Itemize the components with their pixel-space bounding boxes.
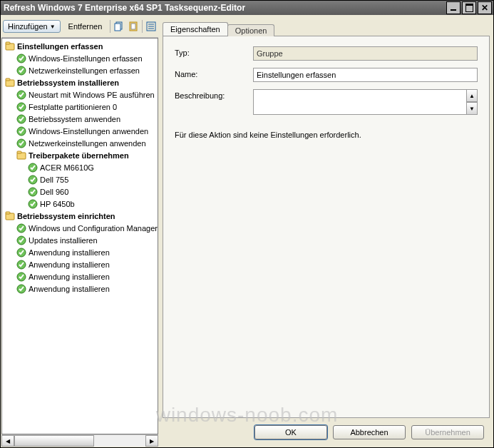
- scroll-right-button[interactable]: ▶: [145, 435, 158, 447]
- close-icon: ✕: [481, 4, 488, 12]
- minimize-icon: [451, 9, 456, 11]
- tree-group[interactable]: Betriebssystem installieren: [17, 78, 119, 87]
- minimize-button[interactable]: [446, 1, 460, 14]
- folder-icon: [5, 211, 15, 221]
- paste-icon: [128, 21, 138, 31]
- chevron-down-icon: ▼: [50, 24, 56, 30]
- tree-step[interactable]: Anwendung installieren: [29, 260, 110, 269]
- description-scrollbar: ▲ ▼: [466, 89, 478, 115]
- type-label: Typ:: [175, 46, 253, 57]
- scroll-thumb[interactable]: [14, 435, 94, 447]
- svg-rect-6: [131, 24, 135, 29]
- tab-properties[interactable]: Eigenschaften: [163, 22, 228, 36]
- copy-button[interactable]: [113, 19, 125, 34]
- tree-step[interactable]: Windows und Configuration Manager: [29, 224, 158, 233]
- cancel-button-label: Abbrechen: [350, 428, 388, 437]
- dialog-buttons: OK Abbrechen Übernehmen: [160, 418, 493, 447]
- tab-strip: Eigenschaften Optionen: [160, 16, 493, 36]
- left-panel: Hinzufügen ▼ Entfernen: [1, 16, 158, 447]
- tree-group[interactable]: Betriebssystem einrichten: [17, 212, 115, 220]
- check-icon: [16, 66, 26, 76]
- scroll-up-button[interactable]: ▲: [466, 89, 478, 102]
- tree-step[interactable]: Netzwerkeinstellungen erfassen: [29, 66, 140, 75]
- name-label: Name:: [175, 68, 253, 78]
- scroll-track[interactable]: [14, 435, 145, 447]
- type-value: Gruppe: [253, 46, 478, 61]
- apply-button[interactable]: Übernehmen: [411, 425, 484, 439]
- tab-options-label: Optionen: [235, 26, 267, 35]
- tree-step[interactable]: Betriebssystem anwenden: [29, 115, 120, 123]
- check-icon: [16, 114, 26, 124]
- ok-button-label: OK: [285, 428, 297, 437]
- tree-step[interactable]: Neustart mit Windows PE ausführen: [29, 91, 155, 99]
- copy-icon: [114, 21, 124, 31]
- tree-step[interactable]: Dell 755: [40, 175, 68, 184]
- toolbar-separator: [110, 20, 110, 33]
- tree-step[interactable]: Anwendung installieren: [29, 248, 110, 257]
- check-icon: [28, 163, 38, 173]
- tree-step[interactable]: Dell 960: [40, 188, 68, 196]
- svg-rect-4: [115, 24, 120, 31]
- tree-group[interactable]: Einstellungen erfassen: [17, 42, 103, 51]
- properties-tab-body: Typ: Gruppe Name: Beschreibung: ▲ ▼: [163, 36, 490, 418]
- tree-step[interactable]: Netzwerkeinstellungen anwenden: [29, 139, 146, 148]
- check-icon: [28, 175, 38, 185]
- tree-step[interactable]: ACER M6610G: [40, 163, 94, 172]
- tree-step[interactable]: Updates installieren: [29, 236, 98, 245]
- add-button[interactable]: Hinzufügen ▼: [3, 20, 61, 33]
- tab-options[interactable]: Optionen: [227, 24, 275, 36]
- tree-step[interactable]: Windows-Einstellungen anwenden: [29, 127, 148, 136]
- name-input[interactable]: [253, 68, 478, 82]
- check-icon: [28, 199, 38, 209]
- tree-step[interactable]: Festplatte partitionieren 0: [29, 103, 117, 111]
- check-icon: [16, 90, 26, 100]
- check-icon: [16, 260, 26, 270]
- check-icon: [16, 54, 26, 63]
- check-icon: [16, 138, 26, 148]
- remove-button-label: Entfernen: [68, 22, 103, 31]
- tree-group[interactable]: Treiberpakete übernehmen: [29, 151, 129, 160]
- toolbar-separator-2: [142, 20, 143, 33]
- check-icon: [16, 126, 26, 136]
- body: Hinzufügen ▼ Entfernen: [1, 15, 493, 447]
- paste-button[interactable]: [128, 19, 139, 34]
- scroll-left-button[interactable]: ◀: [1, 435, 14, 447]
- tree-h-scrollbar[interactable]: ◀ ▶: [1, 434, 158, 447]
- titlebar: Refresh Windows 7 Enterprise x64 SP1 Tas…: [1, 1, 493, 15]
- cancel-button[interactable]: Abbrechen: [333, 425, 406, 439]
- tree-step[interactable]: Windows-Einstellungen erfassen: [29, 54, 143, 63]
- description-input[interactable]: [253, 89, 467, 115]
- window-title: Refresh Windows 7 Enterprise x64 SP1 Tas…: [4, 3, 445, 13]
- check-icon: [16, 248, 26, 258]
- tab-properties-label: Eigenschaften: [170, 25, 220, 34]
- toolbar: Hinzufügen ▼ Entfernen: [1, 16, 158, 38]
- task-tree[interactable]: Einstellungen erfassen Windows-Einstellu…: [1, 38, 158, 434]
- ok-button[interactable]: OK: [254, 425, 327, 439]
- check-icon: [16, 223, 26, 233]
- check-icon: [28, 187, 38, 197]
- check-icon: [16, 235, 26, 245]
- scroll-down-button[interactable]: ▼: [466, 102, 478, 115]
- check-icon: [16, 102, 26, 112]
- folder-icon: [5, 78, 15, 88]
- description-label: Beschreibung:: [175, 89, 253, 100]
- tree-step[interactable]: Anwendung installieren: [29, 273, 110, 281]
- properties-icon: [146, 21, 156, 31]
- folder-icon: [16, 151, 26, 161]
- tree-step[interactable]: HP 6450b: [40, 200, 75, 208]
- properties-button[interactable]: [145, 19, 157, 34]
- apply-button-label: Übernehmen: [425, 428, 470, 437]
- maximize-icon: [465, 4, 473, 12]
- tree-step[interactable]: Anwendung installieren: [29, 285, 110, 293]
- folder-icon: [5, 41, 15, 51]
- check-icon: [16, 272, 26, 282]
- check-icon: [16, 284, 26, 294]
- maximize-button[interactable]: [462, 1, 476, 14]
- remove-button[interactable]: Entfernen: [63, 20, 108, 33]
- close-button[interactable]: ✕: [478, 1, 492, 14]
- no-settings-hint: Für diese Aktion sind keine Einstellunge…: [175, 131, 478, 139]
- right-panel: Eigenschaften Optionen Typ: Gruppe Name:…: [160, 16, 493, 447]
- window: Refresh Windows 7 Enterprise x64 SP1 Tas…: [0, 0, 494, 448]
- add-button-label: Hinzufügen: [8, 22, 48, 31]
